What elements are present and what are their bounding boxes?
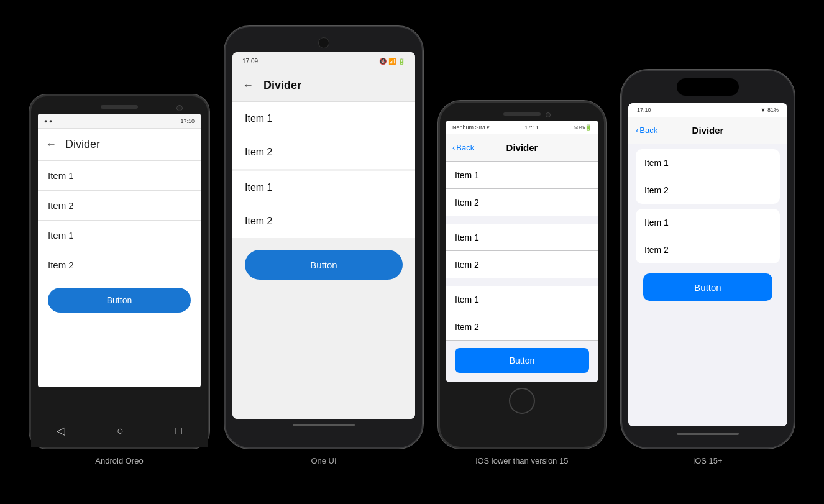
ios-old-screen: Nenhum SIM ▾ 17:11 50%🔋 ‹ Back Divider I…: [446, 121, 598, 382]
list-content: Item 1 Item 2 Item 1 Item 2 Button: [38, 161, 201, 387]
status-time: 17:09: [242, 58, 258, 65]
back-button[interactable]: ‹ Back: [452, 143, 474, 152]
status-bar: 17:10 ▼ 81%: [628, 103, 787, 117]
list-section: Item 1 Item 2: [636, 209, 780, 263]
camera-pill: [318, 37, 329, 48]
nav-bar: ‹ Back Divider: [446, 134, 598, 162]
device-label: Android Oreo: [95, 456, 143, 465]
app-bar-title: Divider: [65, 138, 100, 151]
main-button[interactable]: Button: [643, 273, 772, 301]
ios-new-wrapper: 17:10 ▼ 81% ‹ Back Divider Item 1 Item 2…: [621, 70, 795, 465]
list-content: Item 1 Item 2 Item 1 Item 2 Button: [232, 102, 415, 419]
back-arrow-icon[interactable]: ←: [45, 138, 57, 151]
app-bar: ← Divider: [232, 70, 415, 102]
list-section: Item 1 Item 2: [232, 171, 415, 238]
android-oreo-screen: ● ● 17:10 ← Divider Item 1 Item 2 Item 1…: [38, 114, 201, 387]
status-left: Nenhum SIM ▾: [452, 124, 490, 131]
ios-old-phone: Nenhum SIM ▾ 17:11 50%🔋 ‹ Back Divider I…: [438, 101, 606, 449]
scene: ● ● 17:10 ← Divider Item 1 Item 2 Item 1…: [17, 1, 807, 503]
main-button[interactable]: Button: [48, 288, 191, 313]
ios-old-wrapper: Nenhum SIM ▾ 17:11 50%🔋 ‹ Back Divider I…: [438, 101, 606, 465]
camera-dot: [546, 112, 551, 117]
device-label: iOS lower than version 15: [476, 456, 569, 465]
android-oreo-wrapper: ● ● 17:10 ← Divider Item 1 Item 2 Item 1…: [29, 94, 209, 465]
status-right: 🔇 📶 🔋: [379, 58, 405, 65]
status-right: ▼ 81%: [761, 107, 779, 113]
one-ui-phone: 17:09 🔇 📶 🔋 ← Divider Item 1 Item 2 Item…: [224, 26, 423, 449]
list-item[interactable]: Item 2: [636, 176, 780, 204]
list-item[interactable]: Item 1: [446, 224, 598, 251]
one-ui-wrapper: 17:09 🔇 📶 🔋 ← Divider Item 1 Item 2 Item…: [224, 26, 423, 465]
list-gap: [446, 216, 598, 224]
status-time: 17:10: [637, 107, 651, 113]
main-button[interactable]: Button: [455, 348, 589, 373]
button-area: Button: [232, 240, 415, 290]
list-section: Item 1 Item 2: [232, 102, 415, 169]
list-gap: [446, 278, 598, 286]
device-label: One UI: [311, 456, 336, 465]
status-right: 50%🔋: [574, 124, 592, 131]
main-button[interactable]: Button: [245, 250, 403, 280]
camera: [176, 105, 183, 111]
one-ui-screen: 17:09 🔇 📶 🔋 ← Divider Item 1 Item 2 Item…: [232, 52, 415, 419]
back-arrow-icon[interactable]: ←: [242, 79, 254, 92]
speaker: [101, 105, 138, 109]
app-bar: ← Divider: [38, 129, 201, 161]
list-item[interactable]: Item 2: [636, 236, 780, 263]
list-item[interactable]: Item 2: [232, 135, 415, 169]
status-left: ● ●: [44, 118, 52, 124]
status-bar: Nenhum SIM ▾ 17:11 50%🔋: [446, 121, 598, 134]
list-item[interactable]: Item 2: [446, 251, 598, 278]
list-item[interactable]: Item 2: [38, 250, 201, 280]
dynamic-island: [677, 78, 739, 96]
android-oreo-phone: ● ● 17:10 ← Divider Item 1 Item 2 Item 1…: [29, 94, 209, 449]
home-nav-icon[interactable]: ○: [117, 424, 124, 438]
list-item[interactable]: Item 1: [38, 161, 201, 191]
list-item[interactable]: Item 1: [636, 149, 780, 176]
nav-title: Divider: [506, 142, 538, 153]
list-content: Item 1 Item 2 Item 1 Item 2 Button: [628, 144, 787, 426]
list-item[interactable]: Item 2: [446, 313, 598, 341]
list-item[interactable]: Item 1: [446, 162, 598, 189]
status-bar: 17:09 🔇 📶 🔋: [232, 52, 415, 70]
back-button[interactable]: ‹ Back: [636, 126, 657, 135]
nav-bar: ◁ ○ □: [31, 417, 208, 447]
home-button[interactable]: [509, 388, 535, 414]
list-section: Item 1 Item 2: [636, 149, 780, 204]
button-area: Button: [636, 268, 780, 308]
list-item[interactable]: Item 1: [232, 102, 415, 135]
list-item[interactable]: Item 1: [636, 209, 780, 236]
speaker-bar: [503, 112, 541, 116]
status-center: 17:11: [524, 124, 539, 131]
ios-new-phone: 17:10 ▼ 81% ‹ Back Divider Item 1 Item 2…: [621, 70, 795, 449]
recents-nav-icon[interactable]: □: [175, 424, 182, 438]
status-bar: ● ● 17:10: [38, 114, 201, 129]
button-area: Button: [446, 341, 598, 380]
device-label: iOS 15+: [693, 456, 722, 465]
ios-new-screen: 17:10 ▼ 81% ‹ Back Divider Item 1 Item 2…: [628, 103, 787, 426]
back-nav-icon[interactable]: ◁: [57, 424, 65, 438]
nav-title: Divider: [692, 125, 724, 135]
app-bar-title: Divider: [263, 79, 301, 92]
home-indicator: [293, 424, 355, 426]
list-item[interactable]: Item 2: [232, 204, 415, 238]
list-item[interactable]: Item 1: [446, 286, 598, 313]
home-indicator: [677, 433, 739, 435]
list-item[interactable]: Item 1: [232, 171, 415, 204]
list-item[interactable]: Item 2: [446, 189, 598, 216]
button-area: Button: [38, 280, 201, 320]
nav-bar: ‹ Back Divider: [628, 117, 787, 144]
list-item[interactable]: Item 1: [38, 221, 201, 250]
list-item[interactable]: Item 2: [38, 191, 201, 221]
list-content: Item 1 Item 2 Item 1 Item 2 Item 1 Item …: [446, 162, 598, 382]
status-right: 17:10: [180, 118, 195, 124]
